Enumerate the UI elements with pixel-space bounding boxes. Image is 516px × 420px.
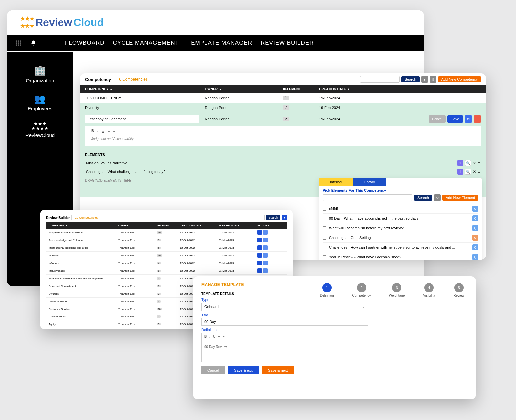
- library-item[interactable]: What will I accomplish before my next re…: [323, 223, 478, 233]
- element-row[interactable]: Challenges - What challenges am I facing…: [85, 167, 481, 176]
- save-exit-button[interactable]: Save & exit: [228, 366, 259, 374]
- library-search-button[interactable]: Search: [414, 195, 432, 201]
- column-header[interactable]: OWNER ▲: [205, 87, 283, 91]
- title-input[interactable]: [201, 318, 368, 326]
- sidebar-item-employees[interactable]: 👥 Employees: [28, 93, 52, 111]
- edit-button[interactable]: [257, 230, 262, 235]
- library-item[interactable]: xfdfdfQ: [323, 204, 478, 213]
- close-icon[interactable]: ✕: [473, 169, 476, 174]
- library-item[interactable]: 90 Day - What I have accomplished in the…: [323, 213, 478, 223]
- column-header[interactable]: CREATION DATE ▲: [319, 87, 391, 91]
- competency-row[interactable]: TEST COMPETENCYReagan Porter119-Feb-2024: [80, 93, 486, 103]
- svg-point-0: [16, 41, 17, 42]
- rb-row[interactable]: InfluenceTreamont East412-Oct-202201-Mar…: [46, 259, 287, 267]
- rte-toolbar[interactable]: BIU≡≡: [202, 333, 368, 340]
- sidebar-item-organization[interactable]: 🏢 Organization: [26, 65, 54, 83]
- library-refresh-button[interactable]: ↻: [434, 194, 441, 201]
- item-badge: Q: [472, 206, 478, 212]
- edit-button[interactable]: [257, 253, 262, 258]
- edit-button[interactable]: [257, 268, 262, 273]
- element-row[interactable]: Mission/ Values Narrative1🔍✕≡: [85, 159, 481, 167]
- copy-button[interactable]: [263, 268, 268, 273]
- wizard-step[interactable]: 2Competency: [352, 283, 371, 297]
- sidebar-item-reviewcloud[interactable]: ★★★★★★★ ReviewCloud: [25, 121, 55, 138]
- copy-button[interactable]: ⧉: [465, 115, 472, 123]
- edit-button[interactable]: [257, 238, 262, 242]
- apps-icon[interactable]: [15, 40, 22, 46]
- save-button[interactable]: Save: [447, 115, 463, 123]
- copy-button[interactable]: [263, 238, 268, 242]
- order-button[interactable]: 1: [457, 169, 463, 175]
- building-icon: 🏢: [26, 65, 54, 76]
- cancel-button[interactable]: Cancel: [201, 366, 225, 374]
- nav-link[interactable]: TEMPLATE MANAGER: [187, 40, 252, 46]
- wizard-step[interactable]: 5Review: [453, 283, 464, 297]
- definition-text[interactable]: 90 Day Review: [202, 340, 368, 362]
- rb-row[interactable]: Job Knowledge and PotentialTreamont East…: [46, 236, 287, 244]
- library-search-input[interactable]: [323, 194, 412, 201]
- edit-button[interactable]: [257, 245, 262, 250]
- nav-link[interactable]: CYCLE MANAGEMENT: [113, 40, 179, 46]
- add-competency-button[interactable]: Add New Competency: [438, 76, 481, 82]
- copy-button[interactable]: [263, 230, 268, 235]
- checkbox[interactable]: [323, 207, 326, 211]
- wizard-step[interactable]: 1Definition: [320, 283, 334, 297]
- column-header[interactable]: #ELEMENT: [283, 87, 319, 91]
- definition-editor[interactable]: BIU≡≡ 90 Day Review: [201, 333, 368, 362]
- rb-row[interactable]: Judgment and AccountabilityTreamont East…: [46, 229, 287, 236]
- copy-button[interactable]: [263, 245, 268, 250]
- drag-icon[interactable]: ≡: [478, 161, 480, 165]
- search-input[interactable]: [360, 76, 400, 83]
- library-item[interactable]: Challenges - Goal SettingQ: [323, 233, 478, 242]
- rb-row[interactable]: Interpersonal Relations and SkillsTreamo…: [46, 244, 287, 252]
- wizard-step[interactable]: 4Visibility: [423, 283, 435, 297]
- rb-row[interactable]: InitiativeTreamont East1012-Oct-202201-M…: [46, 252, 287, 259]
- edit-button[interactable]: [257, 261, 262, 265]
- checkbox[interactable]: [323, 236, 326, 240]
- type-select[interactable]: Onboard⌄: [201, 303, 368, 311]
- checkbox[interactable]: [323, 246, 326, 249]
- cancel-button[interactable]: Cancel: [429, 115, 446, 123]
- column-header[interactable]: CREATION DATE: [180, 224, 219, 227]
- checkbox[interactable]: [323, 217, 326, 220]
- search-button[interactable]: Search: [401, 76, 420, 82]
- competency-name-input[interactable]: [85, 115, 199, 123]
- competency-row[interactable]: DiversityReagan Porter719-Feb-2024: [80, 103, 486, 112]
- delete-button[interactable]: [474, 115, 481, 123]
- wizard-step[interactable]: 3Weightage: [389, 283, 405, 297]
- rte-toolbar[interactable]: BIU≡≡: [85, 126, 481, 135]
- order-button[interactable]: 1: [457, 160, 463, 166]
- column-header[interactable]: COMPETENCY ▲: [85, 87, 205, 91]
- drag-icon[interactable]: ≡: [478, 170, 480, 174]
- filter-button[interactable]: ▼: [421, 76, 428, 83]
- rb-search-button[interactable]: Search: [266, 215, 280, 220]
- copy-button[interactable]: [263, 261, 268, 265]
- column-header[interactable]: #ELEMENT: [157, 224, 180, 227]
- column-header[interactable]: COMPETENCY: [49, 224, 118, 227]
- close-icon[interactable]: ✕: [473, 161, 476, 166]
- rte-body[interactable]: Judgment and Accountability: [85, 135, 481, 146]
- bell-icon[interactable]: [30, 40, 37, 46]
- add-element-button[interactable]: Add New Element: [442, 195, 478, 201]
- checkbox[interactable]: [323, 255, 326, 259]
- save-next-button[interactable]: Save & next: [262, 366, 294, 374]
- rb-filter-button[interactable]: ▼: [282, 215, 287, 220]
- column-header[interactable]: ACTIONS: [257, 224, 284, 227]
- search-icon[interactable]: 🔍: [465, 160, 471, 166]
- checkbox[interactable]: [323, 226, 326, 230]
- copy-button[interactable]: [263, 253, 268, 258]
- library-item[interactable]: Challenges - How can I partner with my s…: [323, 242, 478, 252]
- tab-library[interactable]: Library: [353, 178, 386, 186]
- top-nav: FLOWBOARDCYCLE MANAGEMENTTEMPLATE MANAGE…: [7, 35, 424, 51]
- column-header[interactable]: [391, 87, 481, 91]
- column-header[interactable]: OWNER: [118, 224, 157, 227]
- rb-row[interactable]: InclusivenessTreamont East612-Oct-202201…: [46, 267, 287, 275]
- column-header[interactable]: MODIFIED DATE: [219, 224, 257, 227]
- search-icon[interactable]: 🔍: [465, 169, 471, 175]
- nav-link[interactable]: FLOWBOARD: [65, 40, 105, 46]
- settings-button[interactable]: ⚙: [430, 76, 436, 83]
- nav-link[interactable]: REVIEW BUILDER: [261, 40, 314, 46]
- rb-search-input[interactable]: [238, 215, 265, 220]
- tab-internal[interactable]: Internal: [319, 178, 353, 186]
- library-item[interactable]: Year in Review - What have I accomplishe…: [323, 252, 478, 260]
